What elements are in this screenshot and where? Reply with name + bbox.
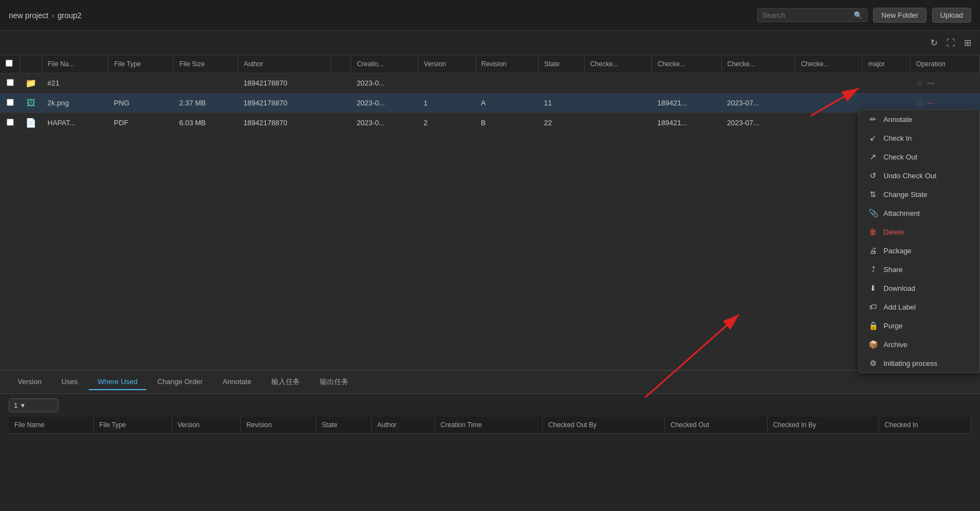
- menu-item-change-state[interactable]: ⇅ Change State: [859, 185, 979, 204]
- bottom-col-filename: File Name: [9, 417, 94, 434]
- table-row: 🖼 2k.png PNG 2.37 MB 18942178870 2023-0.…: [0, 93, 980, 113]
- row1-star-button[interactable]: ☆: [916, 78, 924, 88]
- tab-change-order[interactable]: Change Order: [148, 374, 211, 390]
- row1-checked3: [721, 73, 795, 93]
- undo-checkout-icon: ↺: [868, 171, 878, 180]
- menu-label-share: Share: [883, 265, 903, 274]
- package-icon: 🖨: [868, 246, 878, 255]
- row1-checked1: [585, 73, 652, 93]
- maximize-icon[interactable]: ⛶: [946, 38, 955, 48]
- delete-icon: 🗑: [868, 227, 878, 236]
- row1-filename[interactable]: #21: [42, 73, 109, 93]
- tab-version[interactable]: Version: [9, 374, 50, 390]
- grid-icon[interactable]: ⊞: [964, 38, 971, 48]
- col-operation: Operation: [911, 55, 980, 73]
- row2-checked3: 2023-07...: [721, 93, 795, 113]
- bottom-col-checked-out: Checked Out: [665, 417, 767, 434]
- row3-type-icon: 📄: [20, 113, 42, 133]
- row2-checkbox[interactable]: [0, 93, 20, 113]
- attachment-icon: 📎: [868, 209, 878, 217]
- menu-label-purge: Purge: [883, 322, 903, 330]
- row3-filename[interactable]: HAPAT...: [42, 113, 109, 133]
- row2-checked2: 189421...: [652, 93, 721, 113]
- row3-filetype: PDF: [109, 113, 174, 133]
- bottom-col-filetype: File Type: [94, 417, 172, 434]
- header-actions: 🔍 New Folder Upload: [757, 8, 971, 23]
- col-filetype: File Type: [109, 55, 174, 73]
- new-folder-button[interactable]: New Folder: [873, 8, 926, 23]
- row1-major: [863, 73, 911, 93]
- col-state: State: [538, 55, 584, 73]
- row2-more-button[interactable]: ···: [927, 98, 934, 108]
- col-creation: Creatio...: [351, 55, 418, 73]
- bottom-col-author: Author: [371, 417, 435, 434]
- menu-item-initiating-process[interactable]: ⚙ Initiating process: [859, 354, 979, 372]
- bottom-panel-content: 1 ▾ File Name File Type Version Revision…: [0, 394, 980, 438]
- upload-button[interactable]: Upload: [932, 8, 971, 23]
- breadcrumb-project[interactable]: new project: [9, 11, 49, 20]
- row2-star-button[interactable]: ☆: [916, 98, 924, 108]
- row3-checked1: [585, 113, 652, 133]
- purge-icon: 🔒: [868, 321, 878, 330]
- menu-label-delete: Delete: [883, 228, 904, 236]
- change-state-icon: ⇅: [868, 190, 878, 199]
- row1-checkbox[interactable]: [0, 73, 20, 93]
- menu-item-checkin[interactable]: ↙ Check In: [859, 129, 979, 147]
- row1-more-button[interactable]: ···: [927, 78, 934, 88]
- search-box[interactable]: 🔍: [757, 8, 867, 22]
- col-checkbox: [0, 55, 20, 73]
- row3-checked2: 189421...: [652, 113, 721, 133]
- toolbar: ↻ ⛶ ⊞: [0, 31, 980, 55]
- col-checked4: Checke...: [795, 55, 863, 73]
- row3-checkbox[interactable]: [0, 113, 20, 133]
- menu-item-delete[interactable]: 🗑 Delete: [859, 222, 979, 241]
- breadcrumb: new project › group2: [9, 11, 82, 20]
- col-version: Version: [418, 55, 475, 73]
- menu-item-archive[interactable]: 📦 Archive: [859, 335, 979, 354]
- breadcrumb-group[interactable]: group2: [57, 11, 82, 20]
- col-revision: Revision: [475, 55, 538, 73]
- tab-output-task[interactable]: 输出任务: [311, 374, 357, 391]
- menu-label-package: Package: [883, 247, 912, 255]
- menu-item-checkout[interactable]: ↗ Check Out: [859, 147, 979, 166]
- version-select[interactable]: 1 ▾: [9, 398, 58, 412]
- tab-annotate[interactable]: Annotate: [214, 374, 260, 390]
- menu-item-annotate[interactable]: ✏ Annotate: [859, 110, 979, 129]
- menu-item-share[interactable]: ⤴ Share: [859, 260, 979, 279]
- table-row: 📄 HAPAT... PDF 6.03 MB 18942178870 2023-…: [0, 113, 980, 133]
- row1-filesize: [174, 73, 238, 93]
- row3-checked3: 2023-07...: [721, 113, 795, 133]
- archive-icon: 📦: [868, 340, 878, 349]
- bottom-tabs: Version Uses Where Used Change Order Ann…: [0, 371, 980, 394]
- checkout-icon: ↗: [868, 152, 878, 161]
- search-input[interactable]: [762, 11, 850, 19]
- menu-item-add-label[interactable]: 🏷 Add Label: [859, 297, 979, 316]
- select-all-checkbox[interactable]: [6, 60, 13, 67]
- menu-item-attachment[interactable]: 📎 Attachment: [859, 204, 979, 222]
- col-spacer2: [331, 55, 351, 73]
- share-icon: ⤴: [868, 265, 878, 274]
- row1-filetype: [109, 73, 174, 93]
- row1-revision: [475, 73, 538, 93]
- menu-item-undo-checkout[interactable]: ↺ Undo Check Out: [859, 166, 979, 185]
- tab-input-task[interactable]: 输入任务: [263, 374, 309, 391]
- menu-item-download[interactable]: ⬇ Download: [859, 279, 979, 297]
- tab-where-used[interactable]: Where Used: [89, 374, 146, 390]
- row2-filename[interactable]: 2k.png: [42, 93, 109, 113]
- bottom-col-revision: Revision: [240, 417, 316, 434]
- bottom-table: File Name File Type Version Revision Sta…: [9, 417, 971, 434]
- menu-item-purge[interactable]: 🔒 Purge: [859, 316, 979, 335]
- refresh-icon[interactable]: ↻: [930, 38, 938, 48]
- row1-state: [538, 73, 584, 93]
- checkin-icon: ↙: [868, 134, 878, 142]
- download-icon: ⬇: [868, 284, 878, 292]
- row1-creation: 2023-0...: [351, 73, 418, 93]
- menu-label-attachment: Attachment: [883, 209, 920, 217]
- menu-item-package[interactable]: 🖨 Package: [859, 241, 979, 260]
- context-menu: ✏ Annotate ↙ Check In ↗ Check Out ↺ Undo…: [859, 109, 980, 373]
- tab-uses[interactable]: Uses: [52, 374, 87, 390]
- menu-label-download: Download: [883, 284, 915, 292]
- bottom-col-state: State: [316, 417, 371, 434]
- menu-label-annotate: Annotate: [883, 115, 912, 124]
- row1-type-icon: 📁: [20, 73, 42, 93]
